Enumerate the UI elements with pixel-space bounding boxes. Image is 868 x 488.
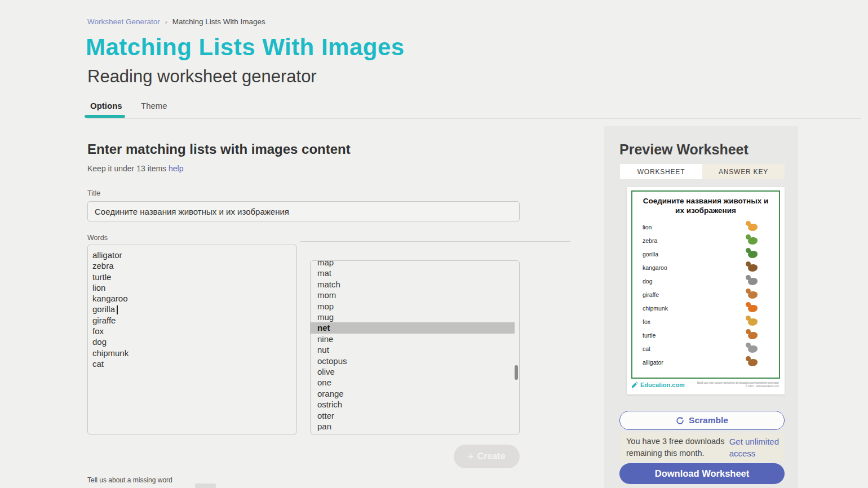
breadcrumb-root-link[interactable]: Worksheet Generator xyxy=(87,17,160,26)
education-brand: Education.com xyxy=(631,381,685,388)
words-field-label: Words xyxy=(87,234,108,242)
suggestion-item[interactable]: nut xyxy=(311,344,519,355)
scramble-button-label: Scramble xyxy=(689,415,728,425)
scrollbar-thumb[interactable] xyxy=(515,365,518,380)
breadcrumb: Worksheet Generator › Matching Lists Wit… xyxy=(87,17,265,26)
kangaroo-image xyxy=(748,332,758,339)
worksheet-row: lion xyxy=(632,220,779,234)
title-field-label: Title xyxy=(87,189,100,197)
row-label: alligator xyxy=(643,359,663,366)
missing-word-link[interactable]: Tell us about a missing word xyxy=(87,476,172,484)
tab-theme[interactable]: Theme xyxy=(141,101,167,110)
preview-panel: Preview Worksheet WORKSHEET ANSWER KEY С… xyxy=(604,126,798,488)
worksheet-generator-page: Worksheet Generator › Matching Lists Wit… xyxy=(0,0,868,488)
worksheet-row: zebra xyxy=(632,234,779,247)
suggestion-item[interactable]: map xyxy=(311,260,519,268)
downloads-notice: You have 3 free downloads remaining this… xyxy=(619,433,785,462)
download-button-label: Download Worksheet xyxy=(655,468,749,479)
row-label: giraffe xyxy=(643,291,659,298)
row-label: zebra xyxy=(643,237,657,244)
worksheet-row: turtle xyxy=(632,329,779,342)
worksheet-footer: Education.com Build your own custom work… xyxy=(631,381,780,388)
suggestion-item[interactable]: octopus xyxy=(311,356,519,366)
tab-answer-key[interactable]: ANSWER KEY xyxy=(702,164,785,179)
suggestion-item[interactable]: nine xyxy=(311,334,519,344)
row-label: dog xyxy=(643,278,653,285)
turtle-image xyxy=(748,237,758,245)
word-suggestions-listbox[interactable]: map mat match mom mop mug net nine nut o… xyxy=(310,260,520,434)
words-textarea[interactable]: alligator zebra turtle lion kangaroo gor… xyxy=(87,245,297,434)
giraffe-image xyxy=(748,318,758,326)
suggestion-item[interactable]: mom xyxy=(311,290,519,300)
help-link[interactable]: help xyxy=(169,164,183,173)
title-input[interactable] xyxy=(87,201,520,221)
row-label: turtle xyxy=(643,332,656,339)
suggestion-item-selected[interactable]: net xyxy=(311,322,515,333)
row-label: fox xyxy=(643,318,650,325)
worksheet-row: fox xyxy=(632,315,779,329)
suggestion-item[interactable]: mat xyxy=(311,268,519,278)
worksheet-rows: lion zebra gorilla kangaroo xyxy=(632,220,779,369)
worksheet-green-border: Соедините названия животных и их изображ… xyxy=(631,190,780,379)
row-label: chipmunk xyxy=(643,305,668,312)
words-column-divider xyxy=(300,241,570,242)
suggestion-item[interactable]: one xyxy=(311,377,519,388)
alligator-image xyxy=(748,251,758,258)
row-label: cat xyxy=(643,345,650,352)
suggestion-item[interactable]: match xyxy=(311,279,519,290)
gorilla-image xyxy=(748,278,758,285)
zebra-image xyxy=(748,345,758,353)
missing-word-input-stub[interactable] xyxy=(195,483,216,488)
suggestion-item[interactable]: pan xyxy=(311,421,519,432)
suggestion-list: map mat match mom mop mug net nine nut o… xyxy=(311,260,519,432)
hint-text: Keep it under 13 items xyxy=(87,164,166,173)
pencil-icon xyxy=(631,381,639,388)
items-hint: Keep it under 13 items help xyxy=(87,164,183,173)
plus-icon: + xyxy=(468,451,473,462)
text-caret xyxy=(117,305,118,314)
cat-image xyxy=(748,224,758,231)
worksheet-title: Соедините названия животных и их изображ… xyxy=(639,196,772,215)
worksheet-preview-card: Соедините названия животных и их изображ… xyxy=(627,187,785,394)
scramble-button[interactable]: Scramble xyxy=(619,411,785,430)
suggestion-item[interactable]: otter xyxy=(311,410,519,421)
tabs-divider xyxy=(87,118,861,119)
suggestion-item[interactable]: olive xyxy=(311,366,519,377)
suggestion-item[interactable]: ostrich xyxy=(311,399,519,410)
page-subtitle: Reading worksheet generator xyxy=(87,66,317,87)
dog-image xyxy=(748,264,758,272)
worksheet-row: giraffe xyxy=(632,288,779,301)
create-button-label: Create xyxy=(477,451,506,462)
chipmunk-image xyxy=(748,359,758,366)
preview-heading: Preview Worksheet xyxy=(619,141,749,158)
worksheet-row: chipmunk xyxy=(632,301,779,315)
tab-options[interactable]: Options xyxy=(90,101,122,110)
worksheet-row: alligator xyxy=(632,356,779,369)
active-tab-underline xyxy=(85,115,125,118)
downloads-remaining-text: You have 3 free downloads remaining this… xyxy=(626,436,724,459)
row-label: lion xyxy=(643,224,652,230)
worksheet-row: dog xyxy=(632,274,779,288)
get-unlimited-access-link[interactable]: Get unlimited access xyxy=(729,436,779,459)
brand-text: Education.com xyxy=(640,381,685,388)
create-button[interactable]: + Create xyxy=(454,445,520,468)
section-heading: Enter matching lists with images content xyxy=(87,141,351,157)
suggestion-item[interactable]: mop xyxy=(311,301,519,312)
preview-tabs: WORKSHEET ANSWER KEY xyxy=(620,164,785,179)
breadcrumb-current: Matching Lists With Images xyxy=(172,17,265,26)
suggestion-item[interactable]: orange xyxy=(311,388,519,399)
row-label: gorilla xyxy=(643,251,658,258)
scramble-icon xyxy=(676,416,684,425)
suggestion-item[interactable]: mug xyxy=(311,312,519,322)
row-label: kangaroo xyxy=(643,264,667,271)
lion-image xyxy=(748,291,758,299)
worksheet-row: kangaroo xyxy=(632,261,779,274)
worksheet-row: cat xyxy=(632,342,779,356)
fox-image xyxy=(748,305,758,312)
download-worksheet-button[interactable]: Download Worksheet xyxy=(619,463,785,484)
worksheet-fineprint: Build your own custom worksheet at educa… xyxy=(697,381,780,388)
worksheet-row: gorilla xyxy=(632,247,779,261)
page-title: Matching Lists With Images xyxy=(86,34,405,61)
chevron-right-icon: › xyxy=(165,18,167,26)
tab-worksheet[interactable]: WORKSHEET xyxy=(620,164,702,179)
